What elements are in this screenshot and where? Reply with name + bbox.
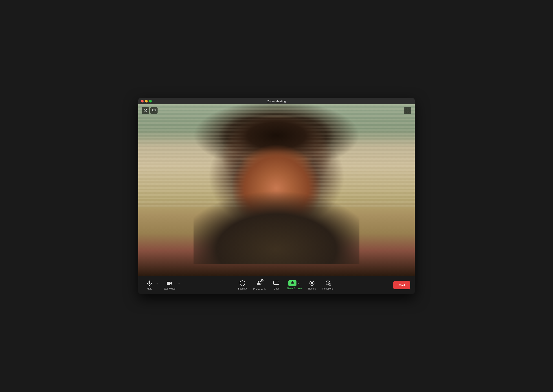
maximize-button[interactable] xyxy=(149,100,152,103)
fullscreen-button[interactable] xyxy=(404,107,411,114)
video-icon xyxy=(166,280,172,286)
video-area: i xyxy=(138,104,415,276)
svg-rect-5 xyxy=(167,282,170,285)
title-bar: Zoom Meeting xyxy=(138,98,415,104)
zoom-window: Zoom Meeting i xyxy=(138,98,415,294)
face-overlay xyxy=(194,118,359,264)
svg-point-13 xyxy=(327,282,327,283)
window-title: Zoom Meeting xyxy=(267,100,286,103)
security-icon xyxy=(239,280,245,286)
stop-video-label: Stop Video xyxy=(163,287,175,290)
reactions-label: Reactions xyxy=(322,287,333,290)
svg-point-6 xyxy=(258,281,259,283)
participants-count: 1 xyxy=(261,279,264,281)
svg-text:+: + xyxy=(329,284,330,286)
record-icon xyxy=(309,280,315,286)
traffic-lights xyxy=(141,100,152,103)
microphone-icon xyxy=(146,280,153,286)
share-screen-chevron[interactable]: ▲ xyxy=(298,282,300,284)
share-screen-icon xyxy=(290,281,295,286)
info-icon: i xyxy=(144,109,147,112)
svg-point-14 xyxy=(328,282,329,283)
mute-label: Mute xyxy=(147,287,152,290)
svg-point-11 xyxy=(311,282,313,284)
share-screen-button[interactable]: ▲ Share Screen xyxy=(284,279,304,291)
shield-button[interactable] xyxy=(150,107,158,114)
participants-label: Participants xyxy=(253,288,266,290)
chat-button[interactable]: Chat xyxy=(270,279,283,291)
chat-label: Chat xyxy=(274,287,279,290)
minimize-button[interactable] xyxy=(145,100,148,103)
share-screen-icon-bg xyxy=(288,280,296,286)
security-button[interactable]: Security xyxy=(235,279,250,291)
record-label: Record xyxy=(308,287,316,290)
mute-button[interactable]: Mute xyxy=(143,279,156,291)
share-screen-label: Share Screen xyxy=(287,287,302,290)
svg-text:i: i xyxy=(145,109,146,112)
participants-button[interactable]: 1 Participants xyxy=(251,278,269,292)
video-feed xyxy=(138,104,415,276)
close-button[interactable] xyxy=(141,100,144,103)
shield-icon xyxy=(152,109,156,112)
stop-video-button[interactable]: Stop Video xyxy=(161,279,178,291)
record-button[interactable]: Record xyxy=(305,279,319,291)
top-overlay-buttons: i xyxy=(142,107,158,114)
reactions-icon: + xyxy=(325,280,331,286)
end-button[interactable]: End xyxy=(393,281,410,289)
security-label: Security xyxy=(238,287,247,290)
svg-rect-8 xyxy=(273,281,279,285)
info-button[interactable]: i xyxy=(142,107,149,114)
toolbar: Mute ▲ Stop Video ▲ Security xyxy=(138,276,415,294)
svg-rect-2 xyxy=(149,280,150,284)
chat-icon xyxy=(273,280,280,286)
fullscreen-icon xyxy=(406,109,409,112)
reactions-button[interactable]: + Reactions xyxy=(320,279,336,291)
